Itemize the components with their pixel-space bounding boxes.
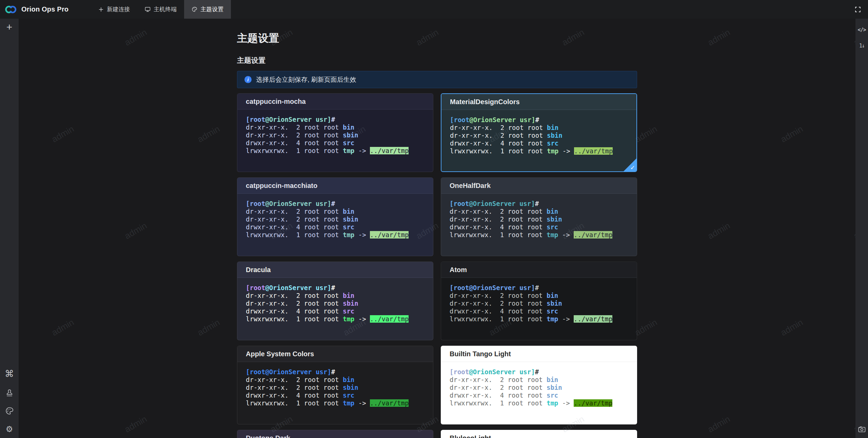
theme-card-title: OneHalfDark	[441, 178, 637, 194]
gear-icon[interactable]: ⚙	[6, 424, 13, 434]
info-banner: i 选择后会立刻保存, 刷新页面后生效	[237, 71, 637, 88]
theme-card-builtin-tango-light[interactable]: Builtin Tango Light[root@OrionServer usr…	[441, 346, 637, 424]
app-brand: Orion Ops Pro	[0, 0, 75, 19]
palette-icon	[192, 6, 197, 12]
theme-card-title: Duotone Dark	[237, 430, 433, 438]
theme-card-blulocolight[interactable]: BlulocoLight[root@OrionServer usr]#dr-xr…	[441, 430, 637, 438]
theme-card-catppuccin-mocha[interactable]: catppuccin-mocha[root@OrionServer usr]#d…	[237, 93, 433, 172]
plus-icon	[98, 7, 104, 12]
command-icon[interactable]: ⌘	[5, 368, 14, 379]
code-icon[interactable]: </>	[857, 27, 866, 33]
main-tabs: 新建连接 主机终端 主题设置	[91, 0, 231, 19]
theme-card-title: catppuccin-mocha	[237, 94, 433, 110]
main-content: 主题设置 主题设置 i 选择后会立刻保存, 刷新页面后生效 catppuccin…	[19, 19, 855, 438]
theme-terminal-preview: [root@OrionServer usr]#dr-xr-xr-x. 2 roo…	[441, 278, 637, 323]
section-title: 主题设置	[237, 56, 637, 65]
info-banner-text: 选择后会立刻保存, 刷新页面后生效	[256, 75, 356, 84]
theme-card-title: Builtin Tango Light	[441, 346, 637, 362]
tab-new-connection[interactable]: 新建连接	[91, 0, 137, 19]
stamp-icon[interactable]	[5, 388, 14, 397]
theme-card-title: Dracula	[237, 262, 433, 278]
theme-card-title: Atom	[441, 262, 637, 278]
camera-icon[interactable]	[857, 425, 866, 433]
left-sidebar: + ⌘ ⚙	[0, 19, 19, 438]
theme-terminal-preview: [root@OrionServer usr]#dr-xr-xr-x. 2 roo…	[237, 278, 433, 323]
tab-label: 主题设置	[200, 5, 223, 13]
theme-card-title: MaterialDesignColors	[441, 94, 636, 110]
palette-icon[interactable]	[5, 406, 14, 415]
theme-card-atom[interactable]: Atom[root@OrionServer usr]#dr-xr-xr-x. 2…	[441, 262, 637, 340]
theme-card-title: catppuccin-macchiato	[237, 178, 433, 194]
theme-card-title: BlulocoLight	[441, 430, 637, 438]
theme-card-title: Apple System Colors	[237, 346, 433, 362]
tab-label: 新建连接	[107, 5, 130, 13]
theme-card-catppuccin-macchiato[interactable]: catppuccin-macchiato[root@OrionServer us…	[237, 177, 433, 256]
selected-check-icon: ✓	[630, 165, 635, 171]
theme-terminal-preview: [root@OrionServer usr]#dr-xr-xr-x. 2 roo…	[441, 362, 637, 407]
right-sidebar: </> 1↓	[855, 19, 868, 438]
add-connection-icon[interactable]: +	[6, 22, 13, 32]
tab-label: 主机终端	[154, 5, 177, 13]
app-logo-icon	[4, 3, 18, 16]
theme-card-onehalfdark[interactable]: OneHalfDark[root@OrionServer usr]#dr-xr-…	[441, 177, 637, 256]
theme-card-dracula[interactable]: Dracula[root@OrionServer usr]#dr-xr-xr-x…	[237, 262, 433, 340]
sort-lines-icon[interactable]: 1↓	[859, 42, 864, 49]
theme-card-apple-system-colors[interactable]: Apple System Colors[root@OrionServer usr…	[237, 346, 433, 424]
theme-terminal-preview: [root@OrionServer usr]#dr-xr-xr-x. 2 roo…	[237, 110, 433, 155]
theme-terminal-preview: [root@OrionServer usr]#dr-xr-xr-x. 2 roo…	[441, 194, 637, 239]
topbar: Orion Ops Pro 新建连接 主机终端	[0, 0, 868, 19]
tab-host-terminal[interactable]: 主机终端	[137, 0, 184, 19]
terminal-icon	[145, 6, 151, 12]
theme-terminal-preview: [root@OrionServer usr]#dr-xr-xr-x. 2 roo…	[441, 110, 636, 155]
theme-terminal-preview: [root@OrionServer usr]#dr-xr-xr-x. 2 roo…	[237, 194, 433, 239]
tab-theme-settings[interactable]: 主题设置	[184, 0, 231, 19]
app-title: Orion Ops Pro	[21, 5, 68, 13]
theme-grid: catppuccin-mocha[root@OrionServer usr]#d…	[237, 93, 637, 438]
page-title: 主题设置	[237, 31, 637, 45]
info-icon: i	[244, 76, 252, 83]
theme-card-duotone-dark[interactable]: Duotone Dark[root@OrionServer usr]#dr-xr…	[237, 430, 433, 438]
fullscreen-icon[interactable]	[853, 5, 863, 14]
theme-terminal-preview: [root@OrionServer usr]#dr-xr-xr-x. 2 roo…	[237, 362, 433, 407]
theme-card-materialdesigncolors[interactable]: MaterialDesignColors[root@OrionServer us…	[441, 93, 637, 172]
